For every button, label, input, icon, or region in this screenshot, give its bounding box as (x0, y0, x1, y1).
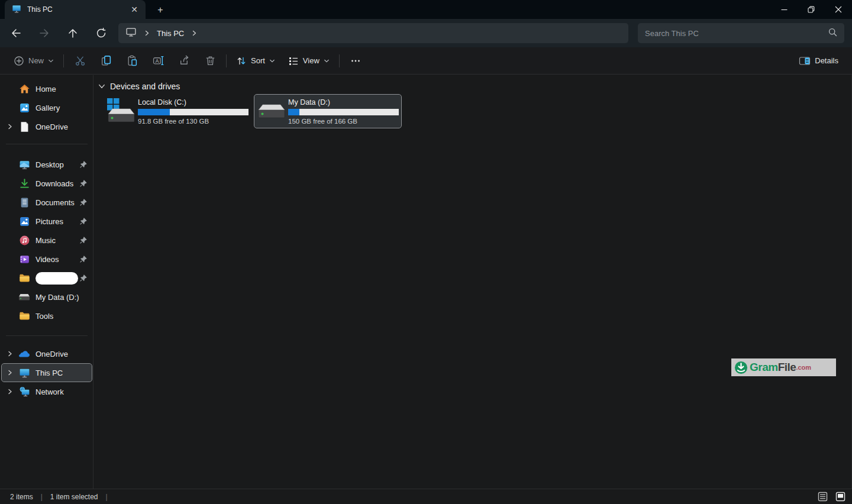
pin-icon (79, 198, 88, 206)
search-icon[interactable] (828, 28, 837, 38)
capacity-bar (288, 109, 399, 115)
capacity-bar (138, 109, 248, 115)
documents-icon (18, 196, 30, 208)
breadcrumb-chevron-icon[interactable] (191, 29, 197, 38)
sidebar-item-tools[interactable]: Tools (2, 307, 92, 325)
pictures-icon (18, 215, 30, 227)
sidebar-item-redacted-folder[interactable] (2, 269, 92, 287)
file-explorer-window: This PC ✕ + (0, 0, 852, 504)
navigation-pane: Home Gallery OneDrive Desktop (0, 75, 93, 489)
sidebar-item-onedrive[interactable]: OneDrive (2, 345, 92, 363)
details-button[interactable]: Details (792, 50, 845, 72)
minimize-button[interactable] (770, 0, 798, 19)
pin-icon (79, 274, 88, 282)
rename-button[interactable]: A (145, 50, 171, 72)
tab-close-icon[interactable]: ✕ (128, 3, 141, 16)
sidebar-item-label: OneDrive (36, 122, 68, 131)
close-button[interactable] (825, 0, 852, 19)
sidebar-item-this-pc[interactable]: This PC (2, 364, 92, 382)
share-button[interactable] (171, 50, 197, 72)
expand-chevron-icon[interactable] (2, 389, 18, 395)
cut-button[interactable] (67, 50, 93, 72)
expand-chevron-icon[interactable] (2, 351, 18, 357)
sidebar-item-pictures[interactable]: Pictures (2, 212, 92, 230)
gallery-icon (18, 102, 30, 114)
onedrive-cloud-icon (18, 348, 30, 360)
view-button[interactable]: View (282, 50, 336, 72)
collapse-chevron-icon (98, 83, 105, 90)
breadcrumb-this-pc[interactable]: This PC (157, 29, 184, 38)
back-button[interactable] (6, 23, 26, 43)
chevron-down-icon (324, 58, 330, 64)
details-view-button[interactable] (816, 491, 828, 503)
search-box[interactable] (638, 23, 844, 43)
explorer-tab[interactable]: This PC ✕ (5, 0, 146, 19)
new-button-label: New (28, 56, 44, 65)
large-icons-view-button[interactable] (834, 491, 846, 503)
new-button[interactable]: New (7, 50, 60, 72)
sidebar-item-network[interactable]: Network (2, 383, 92, 400)
view-icon (288, 56, 299, 66)
restore-button[interactable] (798, 0, 825, 19)
gramfile-logo-icon (734, 361, 748, 374)
devices-and-drives-group[interactable]: Devices and drives (98, 82, 180, 91)
more-options-button[interactable] (343, 50, 369, 72)
svg-text:A: A (155, 58, 159, 64)
details-button-label: Details (815, 56, 838, 65)
sidebar-item-onedrive-personal[interactable]: OneDrive (2, 118, 92, 135)
toolbar-divider (63, 54, 64, 67)
sidebar-item-label: Home (36, 85, 56, 93)
sidebar-item-downloads[interactable]: Downloads (2, 175, 92, 192)
sort-icon (236, 56, 247, 66)
sidebar-item-music[interactable]: Music (2, 231, 92, 249)
videos-icon (18, 253, 30, 265)
pin-icon (79, 236, 88, 244)
watermark-text-gram: Gram (750, 361, 778, 373)
expand-chevron-icon[interactable] (2, 370, 18, 376)
search-input[interactable] (645, 29, 828, 38)
expand-chevron-icon[interactable] (2, 124, 18, 130)
folder-icon (18, 310, 30, 322)
this-pc-outline-icon (125, 27, 137, 40)
sidebar-item-label: Music (36, 236, 56, 245)
sidebar-item-label: Gallery (36, 104, 60, 112)
sidebar-item-label: Downloads (36, 179, 73, 188)
toolbar-divider (339, 54, 340, 67)
drive-icon (18, 291, 30, 303)
watermark-text-file: File (778, 361, 796, 373)
sidebar-item-my-data-drive[interactable]: My Data (D:) (2, 288, 92, 306)
titlebar: This PC ✕ + (0, 0, 852, 19)
up-button[interactable] (63, 23, 83, 43)
sidebar-item-documents[interactable]: Documents (2, 193, 92, 211)
forward-button[interactable] (34, 23, 54, 43)
section-title: Devices and drives (110, 82, 180, 91)
sidebar-item-home[interactable]: Home (2, 80, 92, 98)
drive-name: Local Disk (C:) (138, 98, 248, 106)
pin-icon (79, 160, 88, 169)
sidebar-item-label: OneDrive (36, 350, 68, 358)
downloads-icon (18, 177, 30, 189)
sidebar-item-desktop[interactable]: Desktop (2, 156, 92, 173)
sidebar-item-videos[interactable]: Videos (2, 250, 92, 268)
sidebar-item-gallery[interactable]: Gallery (2, 99, 92, 117)
sort-button[interactable]: Sort (230, 50, 282, 72)
document-icon (18, 121, 30, 133)
command-toolbar: New A Sort View (0, 47, 852, 75)
drive-free-space: 91.8 GB free of 130 GB (138, 118, 248, 125)
pin-icon (79, 217, 88, 225)
drive-tile-local-disk-c[interactable]: Local Disk (C:) 91.8 GB free of 130 GB (104, 95, 251, 128)
new-tab-button[interactable]: + (153, 3, 168, 17)
network-icon (18, 386, 30, 398)
delete-button[interactable] (197, 50, 223, 72)
paste-button[interactable] (119, 50, 145, 72)
refresh-button[interactable] (91, 23, 111, 43)
sort-button-label: Sort (251, 56, 265, 65)
drive-tile-my-data-d[interactable]: My Data (D:) 150 GB free of 166 GB (254, 95, 401, 128)
capacity-bar-fill (138, 109, 170, 115)
copy-button[interactable] (93, 50, 119, 72)
desktop-icon (18, 159, 30, 170)
address-bar[interactable]: This PC (118, 23, 628, 43)
this-pc-icon (18, 367, 30, 379)
more-options-icon (350, 56, 361, 66)
chevron-down-icon (48, 58, 54, 64)
